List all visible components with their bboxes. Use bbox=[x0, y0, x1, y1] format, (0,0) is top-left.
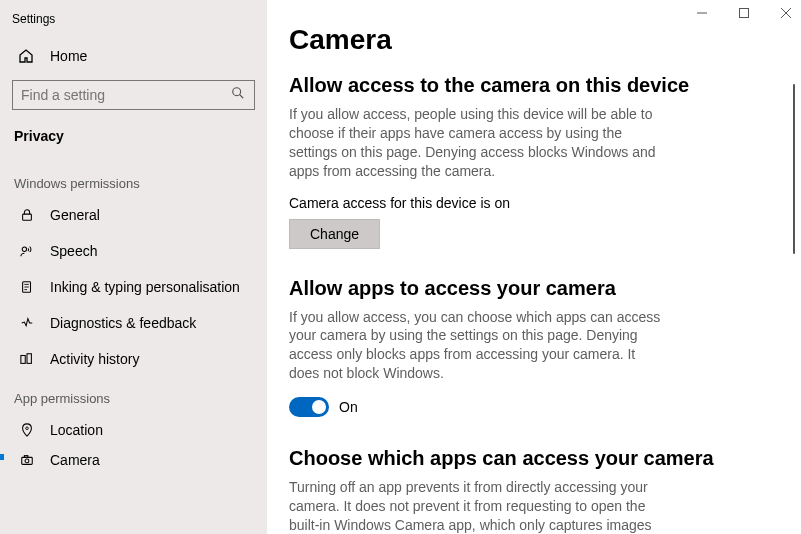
svg-point-12 bbox=[25, 459, 29, 463]
toggle-label: On bbox=[339, 399, 358, 415]
camera-access-status: Camera access for this device is on bbox=[289, 195, 773, 211]
category-title: Privacy bbox=[0, 122, 267, 162]
window-title: Settings bbox=[0, 8, 267, 38]
lock-icon bbox=[18, 208, 36, 222]
search-icon bbox=[231, 86, 247, 102]
sidebar-item-label: Diagnostics & feedback bbox=[50, 315, 196, 331]
svg-rect-13 bbox=[24, 456, 28, 458]
sidebar-item-label: General bbox=[50, 207, 100, 223]
section2-description: If you allow access, you can choose whic… bbox=[289, 308, 669, 384]
sidebar-item-diagnostics[interactable]: Diagnostics & feedback bbox=[0, 305, 267, 341]
sidebar-item-speech[interactable]: Speech bbox=[0, 233, 267, 269]
section-app-permissions: App permissions bbox=[0, 377, 267, 412]
camera-icon bbox=[18, 453, 36, 466]
location-icon bbox=[18, 423, 36, 437]
sidebar-item-label: Inking & typing personalisation bbox=[50, 279, 240, 295]
sidebar: Settings Home Privacy Windows permission… bbox=[0, 0, 267, 534]
sidebar-item-general[interactable]: General bbox=[0, 197, 267, 233]
sidebar-item-camera[interactable]: Camera bbox=[0, 448, 267, 466]
svg-rect-9 bbox=[27, 354, 31, 364]
maximize-button[interactable] bbox=[735, 4, 753, 22]
section1-description: If you allow access, people using this d… bbox=[289, 105, 669, 181]
search-input[interactable] bbox=[12, 80, 255, 110]
sidebar-item-label: Speech bbox=[50, 243, 97, 259]
diagnostics-icon bbox=[18, 316, 36, 330]
sidebar-item-label: Camera bbox=[50, 452, 100, 466]
content-area: Camera Allow access to the camera on thi… bbox=[267, 0, 801, 534]
svg-line-1 bbox=[240, 95, 244, 99]
svg-point-3 bbox=[22, 247, 26, 251]
section-windows-permissions: Windows permissions bbox=[0, 162, 267, 197]
activity-icon bbox=[18, 352, 36, 366]
search-container bbox=[12, 80, 255, 110]
section2-heading: Allow apps to access your camera bbox=[289, 277, 773, 300]
window-controls bbox=[693, 4, 795, 22]
home-label: Home bbox=[50, 48, 87, 64]
svg-rect-8 bbox=[21, 356, 25, 364]
home-icon bbox=[18, 48, 36, 64]
change-button[interactable]: Change bbox=[289, 219, 380, 249]
close-button[interactable] bbox=[777, 4, 795, 22]
sidebar-item-inking[interactable]: Inking & typing personalisation bbox=[0, 269, 267, 305]
section1-heading: Allow access to the camera on this devic… bbox=[289, 74, 773, 97]
speech-icon bbox=[18, 244, 36, 258]
inking-icon bbox=[18, 280, 36, 294]
section3-description: Turning off an app prevents it from dire… bbox=[289, 478, 669, 534]
svg-rect-11 bbox=[22, 457, 33, 464]
svg-rect-15 bbox=[740, 9, 749, 18]
sidebar-item-location[interactable]: Location bbox=[0, 412, 267, 448]
svg-rect-2 bbox=[23, 214, 32, 220]
minimize-button[interactable] bbox=[693, 4, 711, 22]
home-nav[interactable]: Home bbox=[0, 38, 267, 74]
section3-heading: Choose which apps can access your camera bbox=[289, 447, 773, 470]
scrollbar[interactable] bbox=[793, 84, 795, 254]
sidebar-item-label: Location bbox=[50, 422, 103, 438]
sidebar-item-activity[interactable]: Activity history bbox=[0, 341, 267, 377]
svg-point-10 bbox=[26, 427, 29, 430]
page-title: Camera bbox=[289, 24, 773, 56]
allow-apps-toggle-row: On bbox=[289, 397, 773, 417]
sidebar-item-label: Activity history bbox=[50, 351, 139, 367]
allow-apps-toggle[interactable] bbox=[289, 397, 329, 417]
svg-point-0 bbox=[233, 88, 241, 96]
